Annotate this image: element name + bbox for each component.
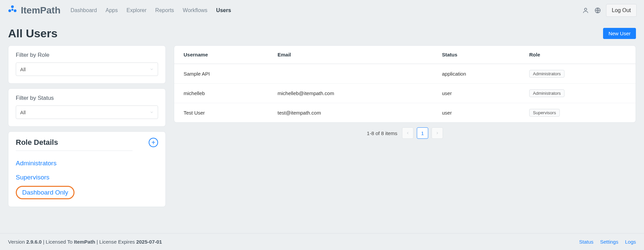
svg-point-3 bbox=[11, 9, 13, 11]
footer-link-settings[interactable]: Settings bbox=[600, 239, 618, 245]
nav-users[interactable]: Users bbox=[216, 7, 231, 13]
cell-email: michelleb@itempath.com bbox=[278, 90, 442, 96]
brand-name: ItemPath bbox=[21, 5, 60, 16]
cell-status: application bbox=[442, 71, 529, 77]
filter-role-select[interactable]: All bbox=[16, 62, 158, 76]
logo-icon bbox=[7, 5, 17, 16]
nav-apps[interactable]: Apps bbox=[106, 7, 118, 13]
pagination-range: 1-8 of 8 items bbox=[367, 130, 397, 136]
footer-info: Version 2.9.6.0 | Licensed To ItemPath |… bbox=[8, 239, 162, 245]
filter-role-label: Filter by Role bbox=[16, 52, 158, 58]
table-row[interactable]: Test User test@itempath.com user Supervi… bbox=[174, 103, 636, 122]
table-row[interactable]: michelleb michelleb@itempath.com user Ad… bbox=[174, 83, 636, 103]
svg-point-0 bbox=[11, 5, 14, 8]
filter-role-card: Filter by Role All bbox=[8, 45, 166, 84]
filter-role-value: All bbox=[20, 67, 26, 72]
logout-button[interactable]: Log Out bbox=[606, 4, 637, 17]
col-role: Role bbox=[529, 52, 626, 57]
filter-status-label: Filter by Status bbox=[16, 95, 158, 101]
user-icon[interactable] bbox=[582, 7, 589, 14]
cell-email: test@itempath.com bbox=[278, 110, 442, 116]
pagination: 1-8 of 8 items 1 bbox=[174, 123, 636, 143]
footer: Version 2.9.6.0 | Licensed To ItemPath |… bbox=[0, 233, 644, 250]
footer-expires: 2025-07-01 bbox=[136, 239, 162, 245]
globe-icon[interactable] bbox=[594, 7, 601, 14]
cell-username: Test User bbox=[184, 110, 278, 116]
pagination-page-1[interactable]: 1 bbox=[417, 127, 428, 139]
nav-explorer[interactable]: Explorer bbox=[127, 7, 147, 13]
new-user-button[interactable]: New User bbox=[603, 28, 636, 39]
chevron-right-icon bbox=[435, 130, 439, 136]
footer-sep: | License Expires bbox=[95, 239, 136, 245]
svg-point-4 bbox=[585, 8, 587, 10]
add-role-button[interactable]: + bbox=[149, 138, 158, 147]
svg-point-1 bbox=[8, 9, 11, 12]
users-table: Username Email Status Role Sample API ap… bbox=[174, 45, 636, 123]
role-tag: Administrators bbox=[529, 89, 564, 97]
table-row[interactable]: Sample API application Administrators bbox=[174, 64, 636, 83]
footer-licensed-to: ItemPath bbox=[74, 239, 95, 245]
content: Username Email Status Role Sample API ap… bbox=[174, 45, 636, 207]
filter-status-card: Filter by Status All bbox=[8, 88, 166, 127]
role-link-administrators[interactable]: Administrators bbox=[16, 156, 158, 170]
main: Filter by Role All Filter by Status All … bbox=[0, 45, 644, 207]
nav-dashboard[interactable]: Dashboard bbox=[70, 7, 97, 13]
role-details-heading: Role Details bbox=[16, 138, 58, 147]
col-username: Username bbox=[184, 52, 278, 57]
footer-links: Status Settings Logs bbox=[579, 239, 636, 245]
cell-status: user bbox=[442, 110, 529, 116]
filter-status-value: All bbox=[20, 110, 26, 115]
table-header: Username Email Status Role bbox=[174, 46, 636, 64]
footer-sep: | Licensed To bbox=[42, 239, 74, 245]
brand-logo[interactable]: ItemPath bbox=[7, 5, 60, 16]
role-details-card: Role Details + Administrators Supervisor… bbox=[8, 131, 166, 207]
pagination-next[interactable] bbox=[432, 127, 443, 139]
col-status: Status bbox=[442, 52, 529, 57]
pagination-prev[interactable] bbox=[402, 127, 413, 139]
svg-point-2 bbox=[14, 9, 16, 12]
nav-workflows[interactable]: Workflows bbox=[183, 7, 208, 13]
page-title: All Users bbox=[8, 27, 57, 40]
topbar: ItemPath Dashboard Apps Explorer Reports… bbox=[0, 0, 644, 21]
footer-link-status[interactable]: Status bbox=[579, 239, 594, 245]
footer-version: 2.9.6.0 bbox=[26, 239, 42, 245]
page-header: All Users New User bbox=[0, 21, 644, 45]
cell-status: user bbox=[442, 90, 529, 96]
sidebar: Filter by Role All Filter by Status All … bbox=[8, 45, 166, 207]
chevron-down-icon bbox=[150, 110, 154, 115]
main-nav: Dashboard Apps Explorer Reports Workflow… bbox=[70, 7, 582, 13]
chevron-down-icon bbox=[150, 67, 154, 72]
footer-link-logs[interactable]: Logs bbox=[625, 239, 636, 245]
cell-username: Sample API bbox=[184, 71, 278, 77]
cell-username: michelleb bbox=[184, 90, 278, 96]
role-tag: Supervisors bbox=[529, 109, 560, 117]
filter-status-select[interactable]: All bbox=[16, 106, 158, 119]
footer-version-label: Version bbox=[8, 239, 26, 245]
divider bbox=[16, 151, 133, 151]
col-email: Email bbox=[278, 52, 442, 57]
nav-reports[interactable]: Reports bbox=[155, 7, 174, 13]
role-link-dashboard-only[interactable]: Dashboard Only bbox=[16, 186, 75, 199]
chevron-left-icon bbox=[406, 130, 410, 136]
plus-icon: + bbox=[151, 139, 155, 146]
role-tag: Administrators bbox=[529, 70, 564, 78]
topbar-right: Log Out bbox=[582, 4, 637, 17]
role-link-supervisors[interactable]: Supervisors bbox=[16, 170, 158, 184]
